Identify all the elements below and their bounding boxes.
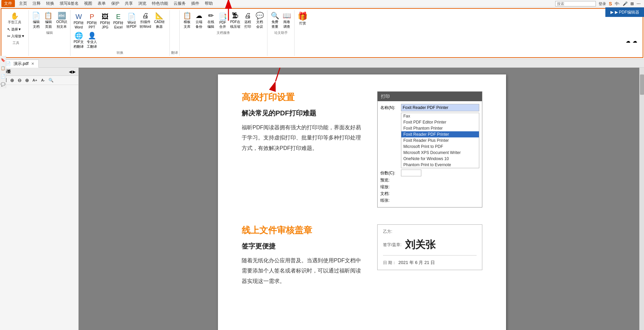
menu-item-fill-sign[interactable]: 填写&签名 [57, 0, 81, 7]
menu-item-cloud[interactable]: 云服务 [171, 0, 188, 7]
printer-foxit-editor[interactable]: Foxit PDF Editor Printer [401, 119, 479, 125]
section2-title: 线上文件审核盖章 [242, 224, 364, 236]
pdf-to-word-button[interactable]: W PDF转Word [73, 12, 85, 30]
pdf-to-jpg-button[interactable]: 🖼 PDF转JPG [99, 12, 111, 30]
word-pdf-icon: 📄 [127, 13, 136, 21]
more-icon: ⋯ [637, 1, 641, 6]
menu-item-browse[interactable]: 浏览 [136, 0, 149, 7]
pdf-editor-arrow: ▶ [610, 10, 613, 15]
sidebar-tool-search[interactable]: 🔍 [47, 77, 54, 84]
left-panel-icon3[interactable]: 📄 [0, 73, 6, 79]
printer-foxit-reader[interactable]: Foxit Reader PDF Printer [401, 131, 479, 137]
print-dialog-body: 名称(N): Foxit Reader PDF Printer Fax [378, 101, 482, 207]
sig-date-label: 日 期： [383, 260, 396, 266]
sidebar-tool-add2[interactable]: ⊕ [24, 77, 31, 84]
zoom-label: 缩放: [380, 184, 399, 190]
template-label: 模板文库 [184, 20, 190, 29]
sidebar-tool-font-plus[interactable]: A+ [31, 77, 39, 84]
menu-item-help[interactable]: 帮助 [202, 0, 216, 7]
sidebar-tool-font-minus[interactable]: A- [39, 77, 47, 84]
pdf-merge-button[interactable]: 📑 PDF合并 [217, 12, 228, 30]
vertical-scrollbar[interactable] [639, 68, 644, 330]
print-name-input[interactable]: Foxit Reader PDF Printer [401, 104, 479, 111]
menu-item-form[interactable]: 表单 [95, 0, 108, 7]
cloud-icon: ☁ [196, 12, 202, 20]
menu-item-view[interactable]: 视图 [81, 0, 95, 7]
login-button[interactable]: 登录 [599, 1, 606, 6]
left-panel-icon2[interactable]: 📋 [0, 65, 6, 71]
menu-item-file[interactable]: 文件 [1, 0, 15, 7]
edit-page-button[interactable]: 📋 编辑页面 [43, 11, 54, 30]
cloud-backup-button[interactable]: ☁ 云端备份 [194, 11, 204, 30]
hand-icon: ✋ [11, 12, 19, 20]
menu-item-convert[interactable]: 转换 [43, 0, 57, 7]
cad-icon: 📐 [155, 12, 164, 20]
left-panel-icon4[interactable]: 💬 [0, 82, 6, 87]
sidebar-tool-minus[interactable]: ⊖ [16, 77, 23, 84]
scan-to-word-button[interactable]: 🖨 扫描件转Word [139, 11, 152, 30]
pro-translate-button[interactable]: 👤 专业人工翻译 [86, 31, 98, 50]
printer-fax[interactable]: Fax [401, 113, 479, 119]
menu-item-share[interactable]: 共享 [122, 0, 136, 7]
printer-ms-pdf[interactable]: Microsoft Print to PDF [401, 144, 479, 150]
edit-doc-button[interactable]: 📄 编辑文档 [31, 11, 42, 30]
menu-item-comment[interactable]: 注释 [30, 0, 43, 7]
menu-item-protect[interactable]: 保护 [108, 0, 122, 7]
printer-ms-xps[interactable]: Microsoft XPS Document Writer [401, 150, 479, 156]
doc-meeting-button[interactable]: 💬 文档会议 [254, 11, 265, 30]
printer-foxit-phantom[interactable]: Foxit Phantom Printer [401, 125, 479, 131]
red-arrow-annotation [262, 68, 303, 88]
tab-demo-pdf[interactable]: 📄 演示.pdf ✕ [1, 60, 39, 68]
plagiarism-check-button[interactable]: 🔍 免费查重 [269, 11, 280, 30]
hand-tool-button[interactable]: ✋ 手型工具 [6, 11, 23, 26]
reward-button[interactable]: 🎁 打赏 [297, 11, 309, 26]
cloud-status-icon: ☁ [632, 38, 637, 44]
sogou-logo: S [609, 1, 612, 6]
sig-sign-label: 签字/盖章: [383, 242, 402, 248]
mic-icon: 🎤 [623, 1, 628, 6]
menu-item-special[interactable]: 特色功能 [149, 0, 171, 7]
compress-label: PDF在线压缩 [230, 20, 240, 29]
remote-print-icon: 🖨 [244, 12, 251, 20]
menu-item-home[interactable]: 主页 [16, 0, 30, 7]
template-icon: 📋 [183, 12, 192, 20]
pdf-translate-button[interactable]: 🌐 PDF文档翻译 [73, 31, 85, 50]
sidebar-tool-add[interactable]: ⊕ [9, 77, 16, 84]
pdf-word-label: PDF转Word [74, 21, 84, 29]
pdf-to-ppt-button[interactable]: P PDF转PPT [86, 12, 98, 30]
left-panel-icon1[interactable]: 🔖 [0, 57, 6, 63]
scissors-icon: ✂ [7, 34, 11, 39]
copies-input[interactable] [401, 170, 421, 176]
tab-close-button[interactable]: ✕ [31, 62, 34, 66]
sidebar-close-icon[interactable]: ▶ [73, 69, 76, 74]
compress-button[interactable]: 🗜 PDF在线压缩 [229, 11, 241, 30]
survey-button[interactable]: 📖 阅卷调查 [281, 11, 292, 30]
sidebar: 书签 ◀ ▶ 🖼 ⊕ ⊖ ⊕ A+ A- 🔍 🔖 📋 📄 💬 [0, 68, 79, 330]
sidebar-expand-icon[interactable]: ◀ [69, 69, 72, 74]
hand-label: 手型工具 [8, 20, 21, 25]
template-library-button[interactable]: 📋 模板文库 [182, 11, 193, 30]
printer-list[interactable]: Fax Foxit PDF Editor Printer Foxit Phant… [401, 113, 479, 168]
pdf-to-excel-button[interactable]: E PDF转Excel [112, 12, 124, 30]
edit-tool-button[interactable]: ✂ 入缩放▼ [6, 33, 26, 39]
word-to-pdf-button[interactable]: 📄 Word转PDF [125, 12, 138, 30]
menu-item-plugin[interactable]: 插件 [188, 0, 202, 7]
printer-list-container: Fax Foxit PDF Editor Printer Foxit Phant… [380, 113, 479, 168]
print-paper-row: 纸张: [380, 198, 479, 203]
online-edit-button[interactable]: ✏ 在线编辑 [205, 11, 216, 30]
cad-converter-button[interactable]: 📐 CAD转换器 [153, 11, 166, 30]
pdf-merge-label: PDF合并 [219, 21, 226, 29]
pdf-editor-button[interactable]: ▶ ▶ PDF编辑器 [605, 7, 644, 17]
edit-page-label: 编辑页面 [45, 20, 52, 29]
select-tool-button[interactable]: ↖ 选择▼ [6, 26, 26, 32]
ocr-button[interactable]: 🔤 OCR识别文本 [55, 11, 68, 30]
printer-onenote[interactable]: OneNote for Windows 10 [401, 156, 479, 162]
printer-phantom-evernote[interactable]: Phantom Print to Evernote [401, 162, 479, 168]
pdf-excel-label: PDF转Excel [113, 21, 123, 29]
search-input[interactable] [555, 1, 596, 6]
printer-foxit-plus[interactable]: Foxit Reader Plus Printer [401, 137, 479, 144]
section2-body: 随着无纸化办公应用普及。当遇到使用PDF文档中需要添加个人签名或者标识时，可以通… [242, 256, 364, 286]
doc-icon: 📄 [32, 12, 40, 20]
remote-print-button[interactable]: 🖨 远程打印 [242, 11, 253, 30]
main-layout: 书签 ◀ ▶ 🖼 ⊕ ⊖ ⊕ A+ A- 🔍 🔖 📋 📄 💬 [0, 68, 644, 330]
